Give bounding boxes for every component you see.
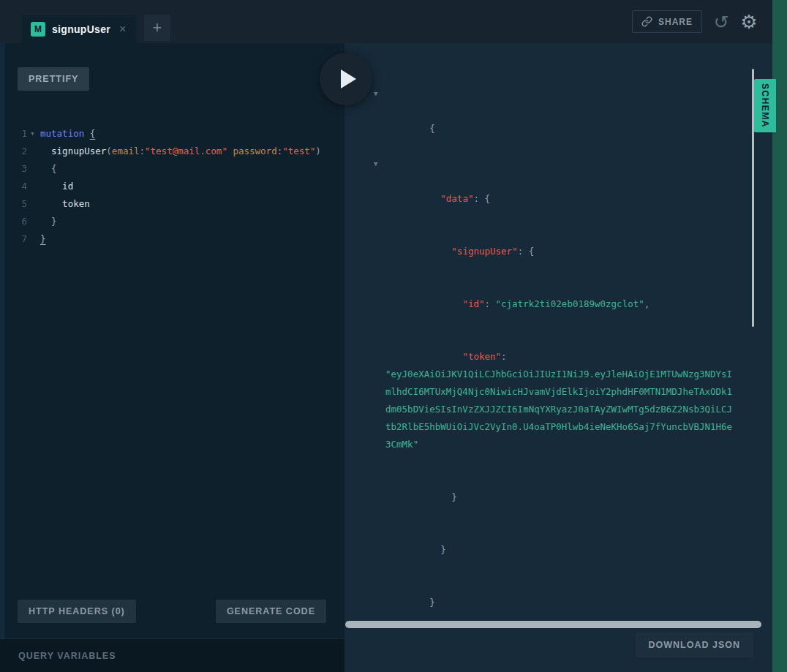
execute-query-button[interactable]	[320, 53, 372, 105]
fold-arrow-icon[interactable]: ▾	[30, 125, 35, 143]
response-text: }	[429, 491, 457, 502]
link-icon	[641, 16, 652, 27]
close-tab-icon[interactable]: ×	[119, 23, 126, 35]
response-text: {	[429, 123, 435, 134]
line-number: 7	[0, 230, 27, 248]
generate-code-button[interactable]: GENERATE CODE	[216, 600, 326, 623]
collapse-arrow-icon[interactable]: ▼	[374, 85, 377, 102]
code-line: 5 token	[0, 195, 344, 213]
http-headers-button[interactable]: HTTP HEADERS (0)	[18, 600, 136, 623]
new-tab-button[interactable]: +	[144, 15, 170, 41]
response-text: "token": "eyJ0eXAiOiJKV1QiLCJhbGciOiJIUz…	[385, 351, 732, 450]
line-number: 6	[0, 213, 27, 230]
response-line: }	[385, 524, 758, 576]
response-text: "data": {	[429, 193, 490, 204]
tab-schema[interactable]: SCHEMA	[754, 79, 776, 132]
topbar: M signupUser × + SHARE ↺ ⚙	[0, 0, 772, 43]
code-text: }	[40, 230, 46, 248]
line-number: 5	[0, 195, 27, 213]
editor-bottom-buttons: HTTP HEADERS (0) GENERATE CODE	[18, 600, 326, 623]
response-viewer: ▼ { ▼ "data": { "signupUser": { "id": "c…	[385, 85, 758, 629]
response-text: "id": "cjatrk2ti02eb0189w0zgclot",	[429, 298, 649, 309]
response-text: }	[429, 544, 446, 555]
plus-icon: +	[153, 18, 162, 37]
code-text: mutation {	[40, 125, 95, 143]
response-text: }	[429, 597, 435, 608]
history-icon: ↺	[714, 12, 729, 33]
share-label: SHARE	[658, 17, 693, 27]
code-line: 7 }	[0, 230, 344, 248]
line-number: 2	[0, 143, 27, 160]
code-text: {	[40, 160, 57, 178]
schema-tab-label: SCHEMA	[760, 83, 770, 128]
share-button[interactable]: SHARE	[632, 10, 702, 33]
download-json-button[interactable]: DOWNLOAD JSON	[636, 633, 754, 657]
response-panel: ▼ { ▼ "data": { "signupUser": { "id": "c…	[344, 43, 772, 672]
horizontal-scrollbar[interactable]	[345, 621, 761, 628]
response-line: ▼ {	[385, 85, 758, 155]
settings-button[interactable]: ⚙	[736, 9, 762, 35]
line-number: 3	[0, 160, 27, 178]
code-text: }	[40, 213, 57, 230]
response-line: "signupUser": {	[385, 225, 758, 278]
graphql-playground: M signupUser × + SHARE ↺ ⚙ PRETTIFY 1 ▾	[0, 0, 787, 672]
code-text: token	[40, 195, 90, 213]
code-line: 3 {	[0, 160, 344, 178]
code-line: 4 id	[0, 178, 344, 195]
response-line: "token": "eyJ0eXAiOiJKV1QiLCJhbGciOiJIUz…	[385, 331, 733, 471]
response-line: }	[385, 471, 758, 524]
code-text: signupUser(email:"test@mail.com" passwor…	[40, 143, 321, 160]
collapse-arrow-icon[interactable]: ▼	[374, 155, 377, 173]
response-line: "id": "cjatrk2ti02eb0189w0zgclot",	[385, 278, 758, 331]
tab-title: signupUser	[52, 23, 110, 35]
code-line: 2 signupUser(email:"test@mail.com" passw…	[0, 143, 344, 160]
tab-signupuser[interactable]: M signupUser ×	[22, 15, 136, 43]
gear-icon: ⚙	[740, 11, 757, 33]
query-editor-panel: PRETTIFY 1 ▾ mutation { 2 signupUser(ema…	[0, 43, 344, 672]
response-line: ▼ "data": {	[385, 155, 758, 225]
code-line: 6 }	[0, 213, 344, 230]
line-number: 4	[0, 178, 27, 195]
query-editor[interactable]: 1 ▾ mutation { 2 signupUser(email:"test@…	[0, 125, 344, 248]
line-number: 1	[0, 125, 27, 143]
query-variables-label: QUERY VARIABLES	[18, 651, 116, 661]
play-icon	[341, 69, 356, 88]
prettify-button[interactable]: PRETTIFY	[18, 67, 89, 91]
query-variables-bar[interactable]: QUERY VARIABLES	[0, 639, 344, 672]
history-button[interactable]: ↺	[708, 9, 734, 35]
response-text: "signupUser": {	[429, 246, 534, 257]
mutation-badge: M	[31, 22, 45, 37]
code-text: id	[40, 178, 73, 195]
code-line: 1 ▾ mutation {	[0, 125, 344, 143]
